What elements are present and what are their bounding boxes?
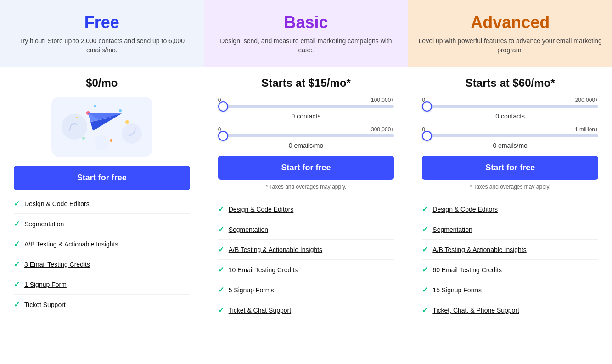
slider-thumb-contacts[interactable] <box>422 101 432 112</box>
check-icon: ✓ <box>422 306 428 314</box>
features-list-basic: ✓Design & Code Editors✓Segmentation✓A/B … <box>218 199 394 320</box>
list-item: ✓Design & Code Editors <box>218 199 394 219</box>
list-item: ✓A/B Testing & Actionable Insights <box>218 240 394 260</box>
plan-header-advanced: AdvancedLevel up with powerful features … <box>408 0 612 67</box>
slider-labels: 0 300,000+ <box>218 126 394 133</box>
slider-labels: 0 200,000+ <box>422 97 598 103</box>
plan-price-basic: Starts at $15/mo* <box>218 77 394 90</box>
plan-title-basic: Basic <box>213 13 399 32</box>
check-icon: ✓ <box>422 205 428 213</box>
slider-thumb-emails[interactable] <box>218 131 228 141</box>
feature-text: Ticket & Chat Support <box>229 307 291 314</box>
tax-note-basic: * Taxes and overages may apply. <box>218 184 394 190</box>
slider-value-contacts: 0 contacts <box>218 112 394 120</box>
slider-max: 300,000+ <box>371 126 394 133</box>
svg-point-8 <box>94 105 96 107</box>
list-item: ✓15 Signup Forms <box>422 280 598 300</box>
slider-max: 1 million+ <box>575 126 598 133</box>
feature-text: Design & Code Editors <box>432 206 498 213</box>
list-item: ✓Design & Code Editors <box>14 194 190 214</box>
feature-text: A/B Testing & Actionable Insights <box>229 246 322 253</box>
slider-value-emails: 0 emails/mo <box>422 142 598 149</box>
slider-track-contacts[interactable] <box>422 105 598 108</box>
feature-text: Segmentation <box>24 220 64 228</box>
check-icon: ✓ <box>14 219 20 228</box>
feature-text: Design & Code Editors <box>24 200 90 207</box>
plan-column-advanced: AdvancedLevel up with powerful features … <box>408 0 612 364</box>
plan-body-free: $0/mo <box>0 67 204 364</box>
list-item: ✓A/B Testing & Actionable Insights <box>422 240 598 260</box>
plan-price-advanced: Starts at $60/mo* <box>422 77 598 90</box>
feature-text: 60 Email Testing Credits <box>432 266 502 274</box>
plan-body-basic: Starts at $15/mo* 0 100,000+ 0 contacts … <box>204 67 408 364</box>
list-item: ✓Ticket Support <box>14 295 190 314</box>
plan-header-basic: BasicDesign, send, and measure email mar… <box>204 0 408 67</box>
list-item: ✓Design & Code Editors <box>422 199 598 219</box>
check-icon: ✓ <box>422 286 428 294</box>
plan-price-free: $0/mo <box>14 77 190 90</box>
slider-track-contacts[interactable] <box>218 105 394 108</box>
slider-track-emails[interactable] <box>422 134 598 137</box>
list-item: ✓60 Email Testing Credits <box>422 260 598 280</box>
slider-track-emails[interactable] <box>218 134 394 137</box>
svg-point-0 <box>62 114 87 140</box>
list-item: ✓5 Signup Forms <box>218 280 394 300</box>
cta-button-basic[interactable]: Start for free <box>218 156 394 180</box>
feature-text: 1 Signup Form <box>24 281 67 288</box>
plan-column-free: FreeTry it out! Store up to 2,000 contac… <box>0 0 204 364</box>
svg-point-2 <box>95 135 109 150</box>
feature-text: 15 Signup Forms <box>432 286 482 294</box>
feature-text: Design & Code Editors <box>229 206 294 213</box>
pricing-container: FreeTry it out! Store up to 2,000 contac… <box>0 0 612 364</box>
svg-point-7 <box>110 139 112 142</box>
list-item: ✓10 Email Testing Credits <box>218 260 394 280</box>
list-item: ✓Segmentation <box>218 219 394 240</box>
slider-value-contacts: 0 contacts <box>422 112 598 120</box>
check-icon: ✓ <box>14 199 20 208</box>
slider-contacts-basic: 0 100,000+ 0 contacts <box>218 97 394 120</box>
list-item: ✓Ticket, Chat, & Phone Support <box>422 300 598 320</box>
list-item: ✓Segmentation <box>422 219 598 240</box>
check-icon: ✓ <box>218 306 224 314</box>
plan-desc-free: Try it out! Store up to 2,000 contacts a… <box>9 37 195 55</box>
check-icon: ✓ <box>14 300 20 309</box>
list-item: ✓Ticket & Chat Support <box>218 300 394 320</box>
plan-body-advanced: Starts at $60/mo* 0 200,000+ 0 contacts … <box>408 67 612 364</box>
cta-button-advanced[interactable]: Start for free <box>422 156 598 180</box>
slider-thumb-emails[interactable] <box>422 131 432 141</box>
feature-text: Segmentation <box>229 226 268 233</box>
slider-value-emails: 0 emails/mo <box>218 142 394 149</box>
feature-text: A/B Testing & Actionable Insights <box>24 241 118 248</box>
feature-text: Ticket, Chat, & Phone Support <box>432 307 519 314</box>
feature-text: A/B Testing & Actionable Insights <box>432 246 526 253</box>
check-icon: ✓ <box>422 265 428 274</box>
slider-labels: 0 1 million+ <box>422 126 598 133</box>
slider-emails-advanced: 0 1 million+ 0 emails/mo <box>422 126 598 149</box>
plan-title-advanced: Advanced <box>417 13 603 32</box>
features-list-free: ✓Design & Code Editors✓Segmentation✓A/B … <box>14 194 190 314</box>
check-icon: ✓ <box>218 245 224 254</box>
check-icon: ✓ <box>218 225 224 234</box>
check-icon: ✓ <box>218 286 224 294</box>
slider-thumb-contacts[interactable] <box>218 101 228 112</box>
plan-title-free: Free <box>9 13 195 32</box>
svg-point-9 <box>76 117 78 118</box>
list-item: ✓Segmentation <box>14 214 190 234</box>
check-icon: ✓ <box>14 280 20 289</box>
check-icon: ✓ <box>422 225 428 234</box>
svg-point-1 <box>122 123 142 144</box>
cta-button-free[interactable]: Start for free <box>14 166 190 190</box>
check-icon: ✓ <box>218 205 224 213</box>
svg-point-6 <box>82 137 85 140</box>
slider-emails-basic: 0 300,000+ 0 emails/mo <box>218 126 394 149</box>
slider-labels: 0 100,000+ <box>218 97 394 103</box>
plan-desc-advanced: Level up with powerful features to advan… <box>417 37 603 55</box>
feature-text: Segmentation <box>432 226 472 233</box>
slider-max: 100,000+ <box>371 97 394 103</box>
check-icon: ✓ <box>14 240 20 248</box>
tax-note-advanced: * Taxes and overages may apply. <box>422 184 598 190</box>
svg-point-5 <box>125 120 129 124</box>
list-item: ✓1 Signup Form <box>14 274 190 295</box>
slider-max: 200,000+ <box>575 97 598 103</box>
check-icon: ✓ <box>422 245 428 254</box>
